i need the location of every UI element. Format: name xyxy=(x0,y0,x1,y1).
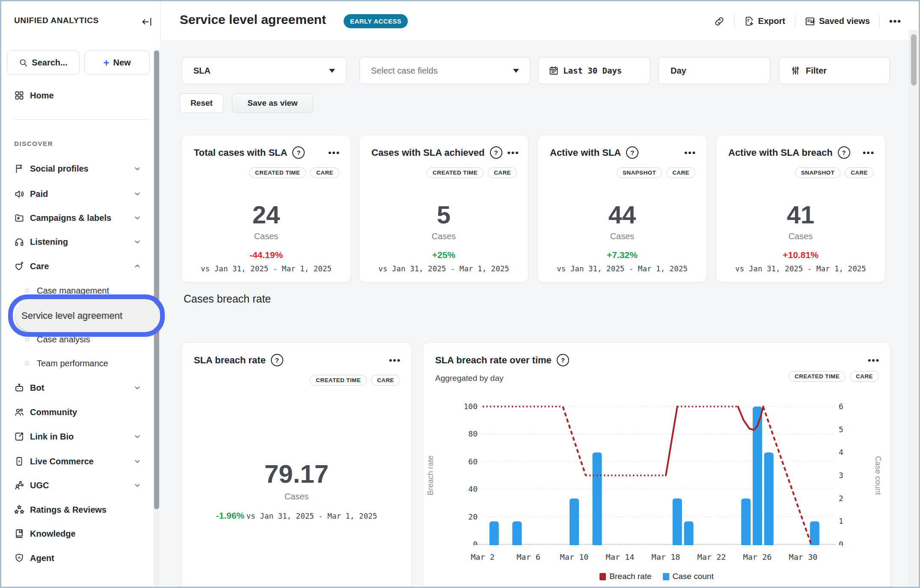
metric-unit: Cases xyxy=(610,232,635,241)
reset-button[interactable]: Reset xyxy=(180,93,223,113)
legend-case-count[interactable]: Case count xyxy=(663,572,714,581)
metric-value: 5 xyxy=(437,201,451,229)
card-more-icon[interactable]: ••• xyxy=(684,148,696,158)
sidebar-item-ugc[interactable]: UGC xyxy=(1,477,153,493)
metric-value: 44 xyxy=(608,201,636,229)
metric-unit: Cases xyxy=(254,232,279,241)
sidebar-item-knowledge[interactable]: Knowledge xyxy=(1,526,153,542)
early-access-badge: EARLY ACCESS xyxy=(344,14,408,28)
save-as-view-button[interactable]: Save as view xyxy=(232,93,313,113)
metric-value: 41 xyxy=(787,201,815,229)
help-icon[interactable]: ? xyxy=(557,354,569,366)
metric-compare: vs Jan 31, 2025 - Mar 1, 2025 xyxy=(557,264,688,273)
caret-down-icon xyxy=(329,69,335,73)
sidebar-subitem-case-analysis[interactable]: Case analysis xyxy=(1,332,153,347)
collapse-sidebar-icon[interactable] xyxy=(141,16,153,28)
card-more-icon[interactable]: ••• xyxy=(328,148,340,158)
ugc-person-network-icon xyxy=(14,480,24,490)
metric-value: 24 xyxy=(252,201,280,229)
card-more-icon[interactable]: ••• xyxy=(863,148,875,158)
sidebar-item-bot[interactable]: Bot xyxy=(1,380,153,396)
metric-card-active-sla: Active with SLA ? ••• SNAPSHOT CARE 44 C… xyxy=(537,135,707,282)
sidebar-item-care[interactable]: Care xyxy=(1,258,153,274)
help-icon[interactable]: ? xyxy=(490,146,502,159)
saved-views-button[interactable]: Saved views xyxy=(804,16,870,27)
sidebar-item-campaigns-labels[interactable]: Campaigns & labels xyxy=(1,210,153,226)
chevron-down-icon xyxy=(134,190,141,197)
card-more-icon[interactable]: ••• xyxy=(868,355,880,365)
sidebar-item-home[interactable]: Home xyxy=(1,87,153,104)
sidebar-item-link-in-bio[interactable]: Link in Bio xyxy=(1,428,153,445)
help-icon[interactable]: ? xyxy=(271,354,283,366)
help-icon[interactable]: ? xyxy=(626,146,638,159)
plus-icon: + xyxy=(103,58,109,68)
chevron-down-icon xyxy=(134,482,141,489)
export-icon xyxy=(744,16,755,27)
search-icon xyxy=(19,58,28,67)
sidebar-subitem-service-level-agreement[interactable]: Service level agreement xyxy=(16,300,160,332)
metric-value: 79.17 xyxy=(264,460,329,488)
export-button[interactable]: Export xyxy=(744,16,785,27)
metric-compare: vs Jan 31, 2025 - Mar 1, 2025 xyxy=(201,264,332,273)
svg-text:Mar 10: Mar 10 xyxy=(560,552,589,561)
card-more-icon[interactable]: ••• xyxy=(507,148,519,158)
svg-text:A: A xyxy=(18,555,21,560)
page-scrollbar-thumb[interactable] xyxy=(911,34,917,86)
page-scrollbar[interactable] xyxy=(909,30,918,587)
search-button[interactable]: Search... xyxy=(7,50,80,75)
header-more-icon[interactable]: ••• xyxy=(889,16,902,27)
tag-created-time: CREATED TIME xyxy=(789,371,846,382)
case-count-bar[interactable] xyxy=(741,499,751,547)
case-count-bar[interactable] xyxy=(490,521,499,547)
svg-text:Case count: Case count xyxy=(874,456,882,495)
sidebar-item-paid[interactable]: Paid xyxy=(1,186,153,202)
case-count-bar[interactable] xyxy=(593,452,602,547)
sidebar-item-social-profiles[interactable]: Social profiles xyxy=(1,160,153,177)
sidebar-subitem-team-performance[interactable]: Team performance xyxy=(1,356,153,371)
tag-created-time: CREATED TIME xyxy=(249,167,306,178)
filter-button[interactable]: Filter xyxy=(779,57,890,84)
date-range-button[interactable]: Last 30 Days xyxy=(538,57,650,84)
sla-dropdown[interactable]: SLA xyxy=(182,57,347,84)
granularity-button[interactable]: Day xyxy=(658,57,770,84)
sidebar-item-agent[interactable]: A Agent xyxy=(1,550,153,566)
breach-rate-chart[interactable]: 0204060801000123456Mar 2Mar 6Mar 10Mar 1… xyxy=(423,385,890,586)
tag-created-time: CREATED TIME xyxy=(310,375,367,386)
sidebar-item-live-commerce[interactable]: Live Commerce xyxy=(1,453,153,469)
case-count-bar[interactable] xyxy=(764,452,774,547)
metric-delta: +7.32% xyxy=(607,250,638,260)
case-count-bar[interactable] xyxy=(753,407,762,547)
sidebar: UNIFIED ANALYTICS Search... + New Home D… xyxy=(1,1,161,587)
help-icon[interactable]: ? xyxy=(838,146,850,159)
metric-delta: +10.81% xyxy=(783,250,819,260)
link-out-icon xyxy=(14,431,24,442)
sidebar-item-ratings-reviews[interactable]: Ratings & Reviews xyxy=(1,502,153,518)
discover-heading: DISCOVER xyxy=(14,140,53,147)
sidebar-item-listening[interactable]: Listening xyxy=(1,234,153,250)
case-count-bar[interactable] xyxy=(673,499,682,547)
bullet-square-icon xyxy=(25,338,29,341)
headphones-icon xyxy=(14,237,24,247)
legend-breach-rate[interactable]: Breach rate xyxy=(599,572,651,581)
case-count-bar[interactable] xyxy=(512,521,522,547)
breach-rate-line-segment xyxy=(563,407,586,475)
svg-text:6: 6 xyxy=(839,402,843,411)
chevron-down-icon xyxy=(134,433,141,440)
case-fields-dropdown[interactable]: Select case fields xyxy=(359,57,531,84)
sidebar-subitem-case-management[interactable]: Case management xyxy=(1,283,153,298)
tag-care: CARE xyxy=(371,375,400,386)
new-button[interactable]: + New xyxy=(84,50,150,75)
case-count-bar[interactable] xyxy=(570,499,579,547)
app-brand: UNIFIED ANALYTICS xyxy=(14,16,99,25)
case-count-bar[interactable] xyxy=(684,521,694,547)
new-label: New xyxy=(113,58,131,68)
copy-link-icon[interactable] xyxy=(714,16,725,27)
card-more-icon[interactable]: ••• xyxy=(389,355,401,365)
metric-compare: vs Jan 31, 2025 - Mar 1, 2025 xyxy=(378,264,509,273)
header-divider xyxy=(879,15,880,28)
sidebar-scrollbar-thumb[interactable] xyxy=(154,50,159,509)
page-title: Service level agreement xyxy=(180,12,326,27)
help-icon[interactable]: ? xyxy=(292,146,305,159)
sidebar-item-community[interactable]: Community xyxy=(1,404,153,420)
flag-icon xyxy=(14,163,24,174)
